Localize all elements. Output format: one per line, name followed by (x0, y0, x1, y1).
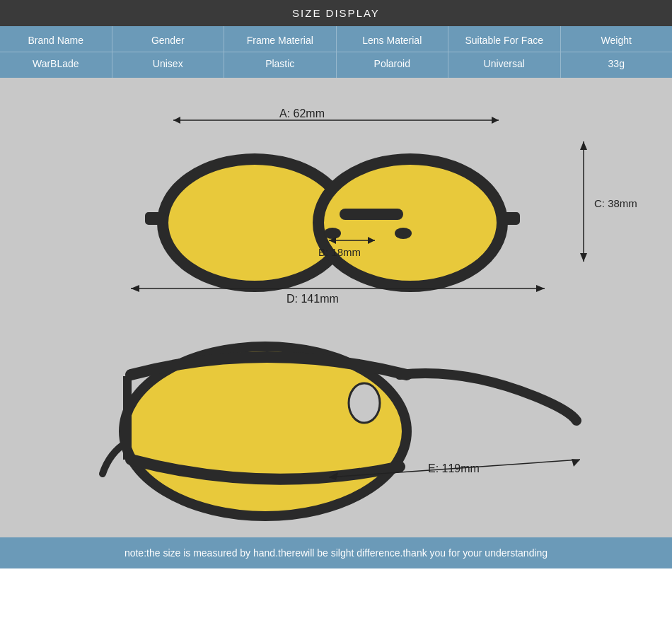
specs-value-0: WarBLade (0, 52, 112, 78)
specs-value-4: Universal (448, 52, 560, 78)
specs-label-2: Frame Material (243, 26, 317, 52)
specs-col-0: Brand NameWarBLade (0, 26, 112, 78)
svg-marker-3 (492, 117, 499, 124)
specs-label-3: Lens Material (359, 26, 425, 52)
svg-rect-7 (340, 209, 403, 220)
svg-rect-8 (145, 212, 166, 225)
svg-text:E: 119mm: E: 119mm (428, 462, 480, 474)
svg-text:C: 38mm: C: 38mm (594, 197, 637, 209)
specs-label-4: Suitable For Face (462, 26, 548, 52)
svg-marker-21 (131, 285, 139, 292)
specs-label-5: Weight (598, 26, 635, 52)
specs-value-5: 33g (561, 52, 673, 78)
svg-marker-17 (580, 141, 587, 150)
specs-value-1: Unisex (112, 52, 224, 78)
image-area: A: 62mm B: 18mm C: 38mm (0, 78, 672, 537)
specs-value-3: Polaroid (337, 52, 448, 78)
svg-marker-29 (572, 459, 580, 467)
front-view-diagram: A: 62mm B: 18mm C: 38mm (18, 92, 654, 311)
specs-col-2: Frame MaterialPlastic (224, 26, 337, 78)
svg-point-11 (395, 228, 412, 239)
specs-label-1: Gender (148, 26, 188, 52)
note-text: note:the size is measured by hand.therew… (124, 547, 548, 559)
svg-text:B: 18mm: B: 18mm (318, 246, 361, 258)
specs-col-3: Lens MaterialPolaroid (337, 26, 449, 78)
specs-table: Brand NameWarBLadeGenderUnisexFrame Mate… (0, 26, 672, 78)
bottom-note: note:the size is measured by hand.therew… (0, 537, 672, 568)
svg-marker-22 (536, 285, 545, 292)
specs-col-4: Suitable For FaceUniversal (448, 26, 561, 78)
svg-marker-18 (580, 253, 587, 262)
svg-marker-1 (173, 117, 180, 124)
page-header: SIZE DISPLAY (0, 0, 672, 26)
svg-point-6 (318, 159, 502, 286)
specs-label-0: Brand Name (24, 26, 87, 52)
svg-point-10 (324, 228, 341, 239)
specs-col-1: GenderUnisex (112, 26, 225, 78)
specs-col-5: Weight33g (561, 26, 673, 78)
side-view-diagram: E: 119mm (18, 297, 654, 523)
specs-value-2: Plastic (224, 52, 336, 78)
svg-text:A: 62mm: A: 62mm (279, 107, 325, 119)
svg-point-25 (349, 383, 380, 423)
svg-rect-9 (499, 212, 520, 225)
header-title: SIZE DISPLAY (292, 7, 380, 19)
